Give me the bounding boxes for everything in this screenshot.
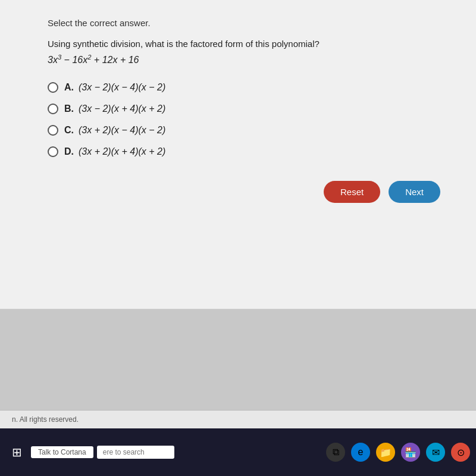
text-c: (3x + 2)(x − 4)(x − 2)	[79, 125, 165, 136]
store-icon[interactable]: 🏪	[401, 443, 420, 462]
reset-button[interactable]: Reset	[324, 181, 380, 203]
label-d: D.	[64, 146, 74, 157]
radio-b[interactable]	[48, 104, 58, 114]
label-a: A.	[64, 82, 74, 93]
edge-icon[interactable]: e	[351, 443, 370, 462]
cortana-label: Talk to Cortana	[38, 448, 86, 456]
cortana-box: Talk to Cortana	[31, 446, 93, 458]
next-button[interactable]: Next	[389, 181, 440, 203]
taskbar-left: ⊞ Talk to Cortana	[6, 441, 321, 463]
mail-icon[interactable]: ✉	[426, 443, 445, 462]
option-b[interactable]: B. (3x − 2)(x + 4)(x + 2)	[48, 104, 446, 114]
taskbar-icons: ⧉ e 📁 🏪 ✉ ⊙	[326, 443, 470, 462]
copyright-text: n. All rights reserved.	[12, 415, 79, 424]
footer: n. All rights reserved.	[0, 410, 476, 428]
text-d: (3x + 2)(x + 4)(x + 2)	[79, 146, 165, 157]
text-a: (3x − 2)(x − 4)(x − 2)	[79, 82, 165, 93]
taskbar-search-input[interactable]	[97, 446, 174, 459]
option-c[interactable]: C. (3x + 2)(x − 4)(x − 2)	[48, 125, 446, 136]
files-icon[interactable]: 📁	[376, 443, 395, 462]
question-panel: Select the correct answer. Using synthet…	[0, 0, 476, 309]
label-c: C.	[64, 125, 74, 136]
taskview-icon[interactable]: ⧉	[326, 443, 345, 462]
radio-c[interactable]	[48, 125, 58, 136]
label-b: B.	[64, 104, 74, 114]
text-b: (3x − 2)(x + 4)(x + 2)	[79, 104, 165, 114]
option-a[interactable]: A. (3x − 2)(x − 4)(x − 2)	[48, 82, 446, 93]
instruction-text: Select the correct answer.	[48, 18, 446, 28]
action-buttons: Reset Next	[48, 181, 446, 203]
polynomial-expression: 3x3 − 16x2 + 12x + 16	[48, 54, 446, 65]
taskbar: ⊞ Talk to Cortana ⧉ e 📁 🏪 ✉ ⊙	[0, 428, 476, 476]
question-text: Using synthetic division, what is the fa…	[48, 39, 446, 49]
radio-d[interactable]	[48, 146, 58, 157]
windows-button[interactable]: ⊞	[6, 441, 27, 463]
option-d[interactable]: D. (3x + 2)(x + 4)(x + 2)	[48, 146, 446, 157]
radio-a[interactable]	[48, 82, 58, 93]
answer-options: A. (3x − 2)(x − 4)(x − 2) B. (3x − 2)(x …	[48, 82, 446, 157]
chrome-icon[interactable]: ⊙	[451, 443, 470, 462]
